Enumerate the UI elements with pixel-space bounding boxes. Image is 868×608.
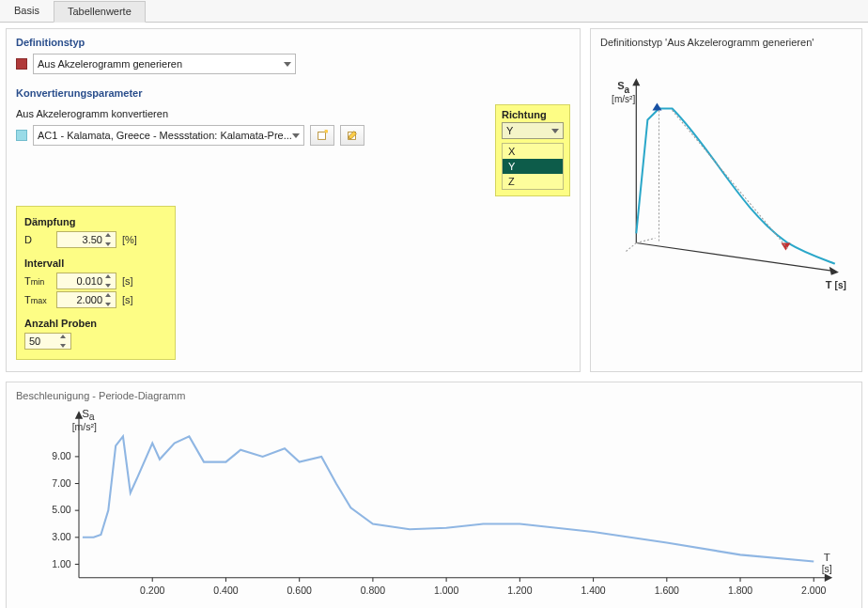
samples-value: 50 — [29, 335, 40, 347]
svg-text:1.600: 1.600 — [655, 585, 679, 596]
direction-block: Richtung Y X Y Z — [495, 104, 570, 196]
right-panel: Definitionstyp 'Aus Akzelerogramm generi… — [590, 28, 862, 372]
svg-line-7 — [625, 242, 636, 252]
bottom-chart-title: Beschleunigung - Periode-Diagramm — [16, 390, 852, 401]
svg-text:Sa: Sa — [617, 80, 629, 95]
edit-accel-button[interactable] — [340, 125, 364, 146]
svg-text:0.600: 0.600 — [287, 585, 312, 596]
tmax-unit: [s] — [122, 294, 133, 305]
tmax-label: Tmax — [24, 294, 51, 305]
svg-text:0.200: 0.200 — [140, 585, 164, 596]
svg-text:2.000: 2.000 — [801, 585, 826, 596]
svg-text:Sa: Sa — [82, 408, 95, 422]
damping-symbol: D — [24, 234, 51, 245]
tab-basis[interactable]: Basis — [0, 0, 54, 22]
tmax-input[interactable]: 2.000 — [56, 291, 116, 308]
konvertierung-title: Konvertierungsparameter — [16, 87, 570, 99]
svg-marker-6 — [829, 267, 839, 275]
direction-option-y[interactable]: Y — [503, 159, 563, 174]
interval-title: Intervall — [24, 257, 167, 269]
svg-line-8 — [636, 238, 655, 242]
svg-marker-19 — [825, 574, 832, 582]
svg-text:[m/s²]: [m/s²] — [72, 421, 97, 432]
damping-title: Dämpfung — [24, 216, 167, 227]
samples-input[interactable]: 50 — [24, 333, 71, 350]
accel-select[interactable]: AC1 - Kalamata, Greece - Messstation: Ka… — [33, 125, 304, 146]
svg-text:0.400: 0.400 — [213, 585, 238, 596]
svg-text:[s]: [s] — [822, 564, 832, 575]
tmin-unit: [s] — [122, 275, 133, 287]
svg-rect-0 — [318, 133, 325, 140]
definitionstyp-select[interactable]: Aus Akzelerogramm generieren — [33, 54, 296, 74]
svg-text:3.00: 3.00 — [52, 531, 71, 542]
definitionstyp-schematic: Sa [m/s²] T [s] — [598, 54, 854, 300]
chevron-down-icon — [551, 129, 559, 133]
new-accel-button[interactable] — [310, 125, 334, 146]
right-panel-title: Definitionstyp 'Aus Akzelerogramm generi… — [598, 35, 854, 54]
svg-line-5 — [636, 242, 835, 271]
svg-point-1 — [324, 130, 328, 133]
damping-value: 3.50 — [83, 234, 102, 245]
damping-input[interactable]: 3.50 — [56, 231, 116, 248]
svg-text:0.800: 0.800 — [361, 585, 385, 596]
tmin-label: Tmin — [24, 275, 51, 287]
svg-text:1.00: 1.00 — [52, 558, 71, 569]
accel-color-swatch — [16, 130, 27, 141]
definitionstyp-title: Definitionstyp — [16, 37, 570, 48]
svg-text:1.000: 1.000 — [434, 585, 458, 596]
svg-text:T [s]: T [s] — [826, 279, 846, 290]
direction-selected: Y — [506, 125, 513, 136]
svg-text:5.00: 5.00 — [52, 504, 71, 515]
svg-text:[m/s²]: [m/s²] — [612, 94, 635, 104]
svg-text:T: T — [824, 552, 830, 563]
svg-marker-4 — [632, 78, 640, 86]
damping-unit: [%] — [122, 234, 137, 245]
svg-line-15 — [673, 110, 788, 248]
chevron-down-icon — [284, 62, 291, 67]
tmax-value: 2.000 — [76, 294, 102, 305]
svg-text:7.00: 7.00 — [52, 477, 71, 489]
direction-dropdown-list: X Y Z — [502, 143, 564, 190]
left-panel: Definitionstyp Aus Akzelerogramm generie… — [6, 28, 581, 372]
direction-option-z[interactable]: Z — [503, 174, 563, 189]
new-icon — [316, 129, 329, 142]
direction-option-x[interactable]: X — [503, 144, 563, 159]
direction-select[interactable]: Y — [502, 122, 564, 139]
tmin-value: 0.010 — [76, 275, 102, 287]
definitionstyp-value: Aus Akzelerogramm generieren — [38, 58, 182, 70]
def-color-swatch — [16, 58, 27, 70]
tmin-input[interactable]: 0.010 — [56, 273, 116, 289]
chevron-down-icon — [292, 133, 300, 138]
tab-bar: Basis Tabellenwerte — [0, 0, 868, 23]
svg-text:1.200: 1.200 — [507, 585, 532, 596]
svg-text:9.00: 9.00 — [52, 450, 71, 461]
svg-text:1.400: 1.400 — [581, 585, 605, 596]
parameter-block: Dämpfung D 3.50 [%] Intervall Tmin 0.010… — [16, 206, 176, 360]
samples-title: Anzahl Proben — [24, 318, 167, 329]
direction-title: Richtung — [496, 105, 569, 122]
svg-text:1.800: 1.800 — [728, 585, 752, 596]
accel-select-value: AC1 - Kalamata, Greece - Messstation: Ka… — [38, 130, 292, 141]
edit-icon — [346, 129, 359, 142]
svg-marker-13 — [781, 242, 790, 250]
acceleration-period-chart: Sa [m/s²] T [s] 1.003.005.007.009.00 0.2… — [16, 405, 852, 602]
svg-marker-12 — [652, 102, 661, 110]
bottom-chart-panel: Beschleunigung - Periode-Diagramm Sa [m/… — [6, 382, 862, 608]
tab-tabellenwerte[interactable]: Tabellenwerte — [54, 1, 146, 23]
accel-convert-label: Aus Akzelerogramm konvertieren — [16, 108, 364, 119]
